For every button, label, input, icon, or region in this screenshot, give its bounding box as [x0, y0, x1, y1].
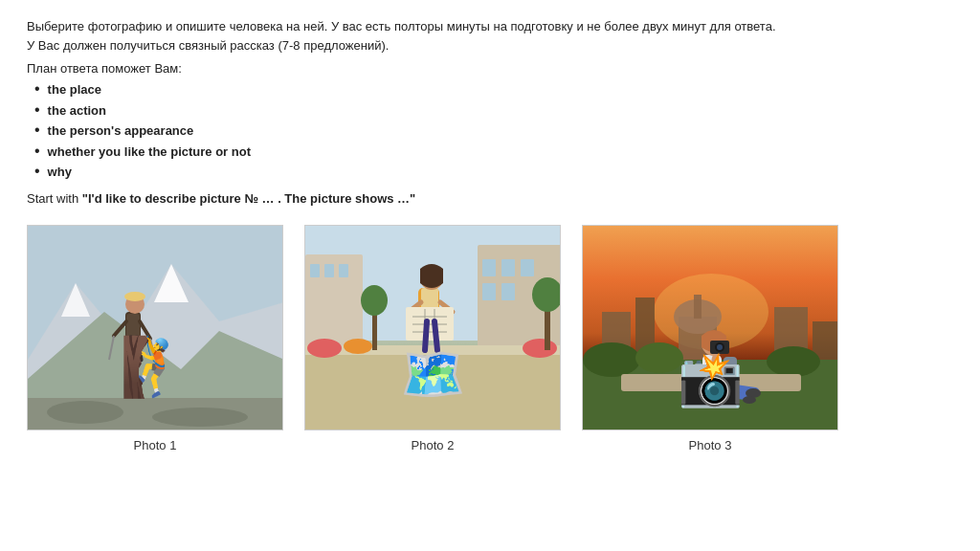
instruction-line1: Выберите фотографию и опишите человека н…: [27, 17, 953, 36]
plan-item-label: the action: [48, 100, 106, 121]
photo-box-3: [582, 225, 838, 430]
svg-rect-27: [482, 283, 496, 300]
svg-line-15: [150, 339, 155, 360]
photo-box-2: [304, 225, 561, 430]
svg-rect-21: [324, 264, 334, 277]
bullet-icon: •: [34, 122, 40, 138]
svg-rect-26: [521, 259, 534, 276]
svg-rect-11: [126, 314, 140, 338]
svg-rect-22: [339, 264, 348, 277]
svg-rect-75: [724, 357, 737, 378]
photo-label-3: Photo 3: [689, 438, 732, 452]
photo-image-2: [305, 226, 560, 430]
svg-point-33: [523, 339, 557, 358]
svg-line-71: [714, 350, 717, 360]
plan-item-label: the place: [48, 79, 101, 99]
svg-rect-64: [621, 374, 801, 391]
svg-point-62: [635, 342, 683, 373]
list-item: • the place: [34, 79, 953, 99]
svg-point-31: [307, 339, 342, 358]
plan-item-label: why: [48, 162, 72, 182]
svg-line-50: [434, 321, 437, 350]
svg-point-74: [717, 344, 723, 350]
svg-point-6: [47, 401, 123, 424]
bullet-icon: •: [34, 102, 40, 118]
start-prefix: Start with: [27, 191, 82, 206]
start-quote: "I'd like to describe picture № … . The …: [82, 191, 415, 206]
list-item: • whether you like the picture or not: [34, 142, 953, 162]
svg-line-49: [425, 321, 427, 350]
photo-label-2: Photo 2: [412, 438, 455, 452]
svg-point-68: [743, 396, 756, 404]
svg-rect-69: [702, 355, 722, 384]
plan-list: • the place • the action • the person's …: [34, 79, 953, 182]
svg-rect-24: [482, 259, 496, 276]
svg-line-17: [137, 338, 141, 360]
start-with-text: Start with "I'd like to describe picture…: [27, 191, 953, 206]
svg-rect-30: [305, 345, 560, 355]
svg-point-7: [152, 408, 248, 427]
bullet-icon: •: [34, 81, 40, 97]
svg-rect-57: [694, 295, 702, 319]
svg-rect-25: [501, 259, 515, 276]
instruction-line2: У Вас должен получиться связный рассказ …: [27, 36, 953, 55]
photo-item-3: Photo 3: [582, 225, 838, 452]
photo-image-1: [28, 226, 282, 430]
plan-item-label: whether you like the picture or not: [48, 142, 251, 162]
photo-box-1: [27, 225, 283, 430]
svg-rect-20: [310, 264, 320, 277]
list-item: • the action: [34, 100, 953, 121]
list-item: • why: [34, 162, 953, 182]
bullet-icon: •: [34, 143, 40, 159]
svg-rect-28: [501, 283, 515, 300]
svg-point-61: [583, 342, 640, 377]
svg-point-10: [124, 292, 145, 301]
svg-point-32: [344, 339, 372, 354]
list-item: • the person's appearance: [34, 121, 953, 141]
svg-point-37: [361, 285, 388, 316]
photo-label-1: Photo 1: [134, 438, 177, 452]
svg-rect-29: [305, 350, 560, 430]
svg-point-63: [767, 346, 820, 377]
photo-item-2: Photo 2: [304, 225, 561, 452]
plan-title: План ответа поможет Вам:: [27, 61, 953, 76]
plan-item-label: the person's appearance: [48, 121, 194, 141]
photo-image-3: [583, 226, 837, 430]
bullet-icon: •: [34, 164, 40, 179]
instructions-block: Выберите фотографию и опишите человека н…: [27, 17, 953, 55]
photo-item-1: Photo 1: [27, 225, 283, 452]
svg-line-16: [129, 338, 131, 360]
photos-container: Photo 1: [27, 225, 953, 452]
